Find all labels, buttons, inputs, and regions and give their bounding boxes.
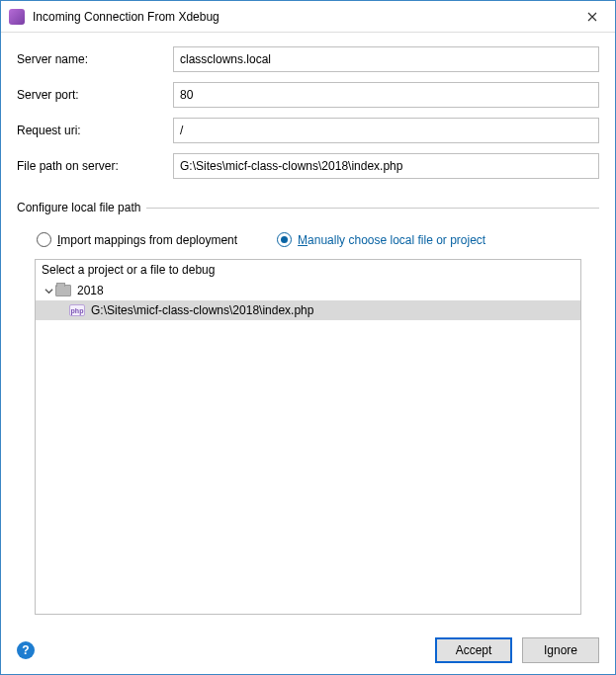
tree-file-label: G:\Sites\micf-class-clowns\2018\index.ph… <box>91 303 313 317</box>
file-path-input[interactable] <box>173 153 599 179</box>
close-icon <box>587 12 597 22</box>
request-uri-label: Request uri: <box>17 124 165 137</box>
tree-row-project[interactable]: 2018 <box>36 281 580 300</box>
window-title: Incoming Connection From Xdebug <box>33 10 570 24</box>
dialog-footer: ? Accept Ignore <box>1 627 615 674</box>
chevron-down-icon[interactable] <box>42 287 55 295</box>
close-button[interactable] <box>570 1 615 33</box>
radio-icon <box>277 232 292 247</box>
radio-import-mappings[interactable]: Import mappings from deployment <box>37 232 237 247</box>
server-port-input[interactable] <box>173 82 599 108</box>
radio-manual-label: Manually choose local file or project <box>298 233 485 247</box>
dialog-window: Incoming Connection From Xdebug Server n… <box>0 0 616 675</box>
help-icon[interactable]: ? <box>17 641 35 659</box>
radio-icon <box>37 232 51 247</box>
tree-project-label: 2018 <box>77 284 104 297</box>
radio-import-label: Import mappings from deployment <box>57 233 237 247</box>
configure-local-path-section: Configure local file path Import mapping… <box>17 201 599 615</box>
tree-row-file[interactable]: php G:\Sites\micf-class-clowns\2018\inde… <box>36 300 580 320</box>
server-port-label: Server port: <box>17 88 165 102</box>
dialog-content: Server name: Server port: Request uri: F… <box>1 33 615 627</box>
app-icon <box>9 9 25 25</box>
php-file-icon: php <box>69 304 85 316</box>
tree-header: Select a project or a file to debug <box>36 260 580 281</box>
tree-body[interactable]: 2018 php G:\Sites\micf-class-clowns\2018… <box>36 281 580 614</box>
titlebar: Incoming Connection From Xdebug <box>1 1 615 33</box>
file-path-label: File path on server: <box>17 159 165 173</box>
request-uri-input[interactable] <box>173 118 599 143</box>
server-name-label: Server name: <box>17 52 165 66</box>
folder-icon <box>55 285 71 296</box>
section-legend: Configure local file path <box>17 201 146 214</box>
mapping-mode-radios: Import mappings from deployment Manually… <box>17 228 599 259</box>
ignore-button[interactable]: Ignore <box>522 637 599 663</box>
accept-button[interactable]: Accept <box>435 637 512 663</box>
server-name-input[interactable] <box>173 46 599 72</box>
file-tree: Select a project or a file to debug 2018… <box>35 259 581 615</box>
radio-manual-choose[interactable]: Manually choose local file or project <box>277 232 485 247</box>
connection-form: Server name: Server port: Request uri: F… <box>17 46 599 179</box>
